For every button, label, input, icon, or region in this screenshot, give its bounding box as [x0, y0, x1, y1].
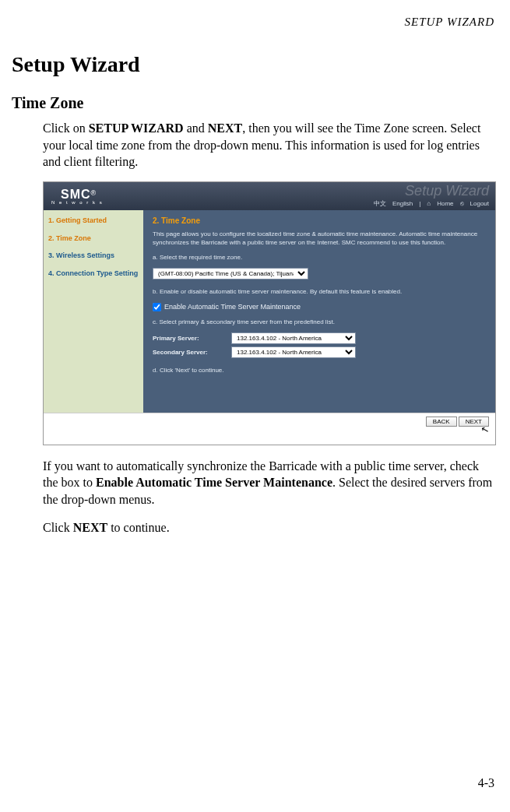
- secondary-server-select[interactable]: 132.163.4.102 - North America: [231, 346, 356, 358]
- auto-time-checkbox[interactable]: [153, 303, 161, 311]
- step-c-label: c. Select primary & secondary time serve…: [153, 318, 486, 326]
- header-links: 中文 English | ⌂ Home ⎋ Logout: [374, 199, 489, 208]
- home-link[interactable]: Home: [437, 200, 453, 207]
- app-header: SMC® N e t w o r k s Setup Wizard 中文 Eng…: [44, 182, 495, 210]
- secondary-server-label: Secondary Server:: [153, 349, 227, 356]
- bold-text: NEXT: [208, 121, 242, 135]
- text: Click: [43, 521, 73, 534]
- divider: |: [419, 200, 420, 207]
- lang-link-en[interactable]: English: [392, 200, 413, 207]
- wizard-main-panel: 2. Time Zone This page allows you to con…: [143, 210, 495, 413]
- auto-time-label: Enable Automatic Time Server Maintenance: [164, 303, 301, 311]
- brand-logo: SMC® N e t w o r k s: [44, 188, 104, 205]
- bold-text: SETUP WIZARD: [89, 121, 184, 135]
- logout-link[interactable]: Logout: [470, 200, 489, 207]
- header-watermark: Setup Wizard: [405, 183, 489, 199]
- step-a-label: a. Select the required time zone.: [153, 253, 486, 262]
- registered-icon: ®: [91, 189, 97, 197]
- step-b-label: b. Enable or disable automatic time serv…: [153, 287, 486, 296]
- running-head-text: SETUP WIZARD: [405, 16, 494, 28]
- sidebar-item-time-zone[interactable]: 2. Time Zone: [48, 234, 139, 243]
- paragraph-next: Click NEXT to continue.: [43, 519, 494, 536]
- sidebar-item-getting-started[interactable]: 1. Getting Started: [48, 216, 139, 225]
- logout-icon: ⎋: [460, 200, 464, 207]
- page-number: 4-3: [478, 776, 494, 790]
- timezone-select[interactable]: (GMT-08:00) Pacific Time (US & Canada); …: [153, 268, 308, 279]
- logo-text: SMC: [51, 188, 91, 201]
- intro-paragraph: Click on SETUP WIZARD and NEXT, then you…: [43, 120, 494, 170]
- text: to continue.: [107, 521, 170, 534]
- running-head: SETUP WIZARD: [12, 16, 494, 29]
- sidebar-item-wireless[interactable]: 3. Wireless Settings: [48, 251, 139, 260]
- text: and: [184, 121, 208, 135]
- section-heading: Time Zone: [12, 94, 498, 112]
- primary-server-label: Primary Server:: [153, 335, 227, 342]
- back-button[interactable]: BACK: [426, 417, 457, 427]
- text: Click on: [43, 121, 89, 135]
- step-d-label: d. Click 'Next' to continue.: [153, 366, 486, 374]
- wizard-footer: BACK NEXT ↖: [44, 413, 495, 445]
- primary-server-select[interactable]: 132.163.4.102 - North America: [231, 332, 356, 344]
- bold-text: Enable Automatic Time Server Maintenance: [96, 476, 332, 489]
- page-title: Setup Wizard: [12, 52, 498, 77]
- paragraph-auto-sync: If you want to automatically synchronize…: [43, 458, 494, 508]
- lang-link-cn[interactable]: 中文: [374, 199, 386, 208]
- wizard-sidebar: 1. Getting Started 2. Time Zone 3. Wirel…: [44, 210, 143, 413]
- logo-subtext: N e t w o r k s: [51, 200, 104, 205]
- home-icon: ⌂: [427, 200, 431, 207]
- panel-description: This page allows you to configure the lo…: [153, 230, 486, 247]
- screenshot-panel: SMC® N e t w o r k s Setup Wizard 中文 Eng…: [43, 181, 496, 445]
- panel-title: 2. Time Zone: [153, 216, 486, 225]
- sidebar-item-connection-type[interactable]: 4. Connection Type Setting: [48, 269, 139, 278]
- bold-text: NEXT: [73, 521, 107, 534]
